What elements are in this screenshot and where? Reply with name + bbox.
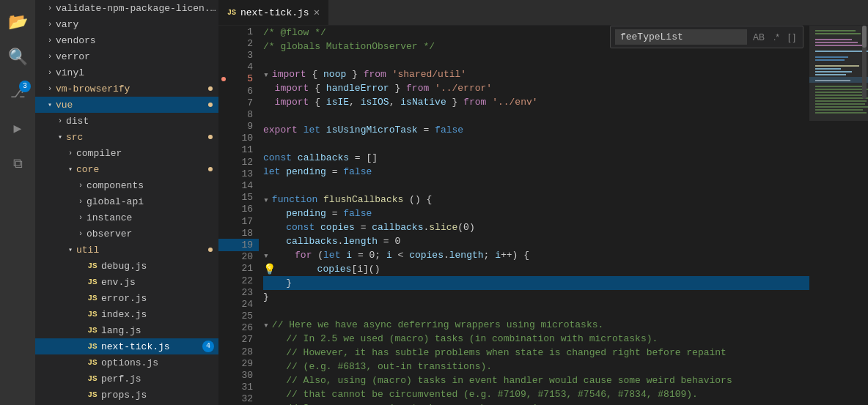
tree-item-verror[interactable]: verror: [35, 48, 218, 64]
code-line-14: pending = false: [263, 207, 809, 220]
file-label: env.js: [101, 277, 218, 288]
tree-item-components[interactable]: components: [35, 177, 218, 193]
svg-rect-19: [815, 100, 867, 102]
folder-label: observer: [87, 228, 218, 239]
js-file-icon: JS: [87, 341, 98, 352]
tree-item-error-js[interactable]: JS error.js: [35, 290, 218, 306]
folder-label: util: [76, 245, 218, 256]
tree-item-compiler[interactable]: compiler: [35, 145, 218, 161]
tree-item-vary[interactable]: vary: [35, 16, 218, 32]
tree-item-options-js[interactable]: JS options.js: [35, 354, 218, 371]
chevron-icon: [75, 228, 87, 239]
svg-rect-7: [815, 59, 845, 61]
tree-item-index-js[interactable]: JS index.js: [35, 306, 218, 322]
code-line-16: callbacks . length = 0: [263, 234, 809, 248]
tree-item-lang-js[interactable]: JS lang.js: [35, 322, 218, 338]
code-line-23: // In 2.5 we used (macro) tasks (in comb…: [263, 332, 809, 346]
file-label: index.js: [101, 309, 218, 320]
code-line-8: export let isUsingMicroTask = false: [263, 123, 809, 137]
line-num-9: 9: [218, 121, 259, 133]
line-num-27: 27: [218, 334, 259, 346]
line-num-5: 5: [218, 73, 259, 85]
extensions-icon: ⧉: [13, 157, 23, 171]
chevron-icon: [44, 83, 56, 94]
minimap-svg: [809, 26, 868, 405]
activity-search[interactable]: 🔍: [0, 41, 35, 76]
find-widget: AB .* [ ]: [610, 26, 803, 48]
tree-item-vinyl[interactable]: vinyl: [35, 64, 218, 81]
tree-item-core[interactable]: core: [35, 161, 218, 177]
svg-rect-21: [815, 106, 868, 108]
tree-item-util[interactable]: util: [35, 242, 218, 258]
tree-item-vm-browserify[interactable]: vm-browserify: [35, 81, 218, 97]
code-line-21: [263, 304, 809, 318]
folder-label: global-api: [87, 196, 218, 207]
activity-extensions[interactable]: ⧉: [0, 146, 35, 182]
svg-rect-16: [815, 92, 865, 93]
find-match-case-button[interactable]: AB: [750, 31, 768, 44]
tree-item-perf-js[interactable]: JS perf.js: [35, 371, 218, 387]
line-num-3: 3: [218, 49, 259, 61]
line-num-2: 2: [218, 37, 259, 49]
code-line-4: ▾ import { noop } from 'shared/util': [263, 67, 809, 81]
tree-item-debug-js[interactable]: JS debug.js: [35, 258, 218, 274]
code-line-17: ▾ for ( let i = 0; i < copies . length ;…: [263, 248, 809, 262]
tab-next-tick-js[interactable]: JS next-tick.js ✕: [218, 0, 328, 25]
tree-item-src[interactable]: src: [35, 129, 218, 145]
line-num-31: 31: [218, 382, 259, 393]
code-comment: /* globals MutationObserver */: [263, 41, 435, 52]
code-content[interactable]: /* @flow */ /* globals MutationObserver …: [259, 26, 809, 405]
js-file-icon: JS: [87, 308, 98, 320]
js-file-icon: JS: [87, 276, 98, 288]
tree-item-next-tick-js[interactable]: JS next-tick.js 4: [35, 338, 218, 354]
line-num-21: 21: [218, 263, 259, 275]
tree-item-vendors[interactable]: vendors: [35, 32, 218, 48]
fold-arrow[interactable]: ▾: [263, 194, 269, 206]
tree-item-props-js[interactable]: JS props.js: [35, 387, 218, 403]
line-num-8: 8: [218, 108, 259, 120]
line-num-16: 16: [218, 204, 259, 215]
spacer: [75, 341, 87, 352]
line-num-11: 11: [218, 144, 259, 156]
spacer: [75, 357, 87, 368]
svg-rect-1: [815, 33, 861, 34]
modified-dot: [208, 167, 213, 171]
find-whole-word-button[interactable]: .*: [770, 31, 782, 44]
fold-arrow[interactable]: ▾: [263, 319, 269, 331]
tab-close-icon[interactable]: ✕: [314, 7, 320, 18]
svg-rect-20: [815, 103, 865, 105]
tree-item-global-api[interactable]: global-api: [35, 193, 218, 209]
line-num-7: 7: [218, 97, 259, 108]
tree-item-observer[interactable]: observer: [35, 226, 218, 242]
line-num-24: 24: [218, 298, 259, 310]
line-num-19: 19: [218, 239, 259, 250]
svg-rect-4: [815, 45, 863, 46]
fold-arrow[interactable]: ▾: [263, 69, 269, 81]
line-num-15: 15: [218, 192, 259, 204]
line-num-30: 30: [218, 369, 259, 381]
fold-arrow[interactable]: ▾: [263, 250, 269, 261]
activity-explorer[interactable]: 📂: [0, 6, 35, 41]
tree-item-dist[interactable]: dist: [35, 113, 218, 129]
lightbulb-icon[interactable]: 💡: [263, 263, 276, 275]
folder-label: core: [76, 164, 218, 175]
debug-icon: ▶: [14, 122, 22, 135]
svg-rect-18: [815, 97, 868, 99]
svg-rect-6: [815, 56, 848, 58]
tree-item-validate[interactable]: validate-npm-package-licen...: [35, 0, 218, 16]
folder-label: src: [66, 132, 218, 143]
chevron-icon: [54, 131, 66, 143]
find-regex-button[interactable]: [ ]: [785, 31, 798, 44]
spacer: [75, 276, 87, 288]
editor-tab-bar: JS next-tick.js ✕: [218, 0, 868, 26]
activity-debug[interactable]: ▶: [0, 111, 35, 146]
tree-item-instance[interactable]: instance: [35, 209, 218, 226]
tree-item-vue[interactable]: vue: [35, 97, 218, 113]
tree-item-env-js[interactable]: JS env.js: [35, 274, 218, 290]
line-num-12: 12: [218, 156, 259, 168]
find-input[interactable]: [615, 29, 747, 45]
minimap: [809, 26, 868, 405]
svg-rect-14: [815, 86, 867, 87]
code-line-28: // So we now use microtasks everywhere, …: [263, 401, 809, 405]
activity-git[interactable]: ⎇ 3: [0, 76, 35, 111]
